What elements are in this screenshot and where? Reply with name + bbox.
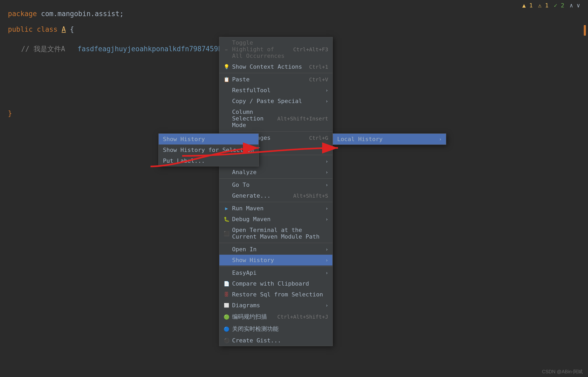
submenu-label-local-history: Local History [337, 136, 383, 142]
shortcut-column-selection: Alt+Shift+Insert [277, 115, 328, 122]
menu-label-restore-sql: Restore Sql from Selection [232, 291, 323, 298]
menu-item-left: Copy / Paste Special [224, 98, 302, 104]
sql-icon: 🗄 [224, 292, 229, 297]
brace-open: { [70, 25, 74, 33]
arrow-icon: › [439, 136, 442, 142]
menu-item-left: Generate... [224, 192, 271, 199]
arrow-icon: › [325, 87, 328, 93]
menu-item-create-gist[interactable]: ⚫ Create Gist... [219, 335, 332, 346]
menu-item-left: Local History [337, 136, 383, 142]
menu-item-go-to[interactable]: Go To › [219, 179, 332, 190]
shortcut-generate: Alt+Shift+S [293, 193, 328, 199]
copy-paste-icon [224, 98, 229, 104]
goto-icon [224, 182, 229, 188]
menu-item-left: Analyze [224, 169, 257, 175]
menu-item-easyapi[interactable]: EasyApi › [219, 267, 332, 278]
class-name-a: A [62, 25, 66, 33]
arrow-icon: › [325, 182, 328, 188]
menu-item-toggle-highlight[interactable]: ✏ Toggle Highlight of All Occurrences Ct… [219, 37, 332, 61]
menu-label-go-to: Go To [232, 181, 250, 188]
menu-item-left: EasyApi [224, 269, 257, 276]
menu-item-left: Show History [224, 257, 274, 263]
arrow-icon: › [325, 302, 328, 308]
arrow-icon: › [325, 159, 328, 164]
bulb-icon: 💡 [224, 64, 229, 70]
menu-item-left: Show History for Selection [163, 147, 254, 153]
arrow-icon: › [325, 206, 328, 211]
keyword-package: package [8, 10, 37, 18]
shortcut-find-usages: Ctrl+G [309, 135, 328, 141]
show-history-submenu[interactable]: Show History Show History for Selection … [158, 133, 259, 166]
menu-item-left: Open In [224, 246, 257, 253]
brace-close: } [8, 109, 12, 117]
menu-label-run-maven: Run Maven [232, 205, 264, 212]
shortcut-paste: Ctrl+V [309, 76, 328, 83]
menu-item-left: ⬛ Open Terminal at the Current Maven Mod… [224, 227, 328, 240]
arrow-icon: › [325, 257, 328, 263]
status-warning1: ▲ 1 [522, 2, 533, 9]
menu-item-copy-paste-special[interactable]: Copy / Paste Special › [219, 96, 332, 106]
status-warning2: ⚠ 1 [538, 2, 549, 9]
menu-item-left: Show History [163, 136, 205, 142]
menu-item-left: ⚫ Create Gist... [224, 337, 281, 344]
detect-icon: 🔵 [224, 326, 229, 332]
status-arrows: ∧ ∨ [570, 2, 580, 9]
status-ok: ✓ 2 [554, 2, 565, 9]
watermark: CSDN @ABin-阿斌 [542, 369, 583, 375]
menu-label-open-in: Open In [232, 246, 257, 253]
column-icon [224, 116, 229, 122]
submenu-item-show-history-selection[interactable]: Show History for Selection [159, 145, 258, 155]
menu-label-context-actions: Show Context Actions [232, 63, 302, 70]
context-menu[interactable]: ✏ Toggle Highlight of All Occurrences Ct… [219, 37, 333, 346]
menu-item-diagrams[interactable]: ⬜ Diagrams › [219, 300, 332, 311]
menu-item-debug-maven[interactable]: 🐛 Debug Maven › [219, 214, 332, 225]
menu-item-restore-sql[interactable]: 🗄 Restore Sql from Selection [219, 289, 332, 300]
menu-label-toggle-highlight: Toggle Highlight of All Occurrences [232, 39, 288, 59]
submenu-item-show-history[interactable]: Show History [159, 134, 258, 145]
menu-item-run-maven[interactable]: ▶ Run Maven › [219, 203, 332, 214]
menu-item-generate[interactable]: Generate... Alt+Shift+S [219, 190, 332, 201]
separator-4 [219, 178, 332, 179]
menu-item-close-detect[interactable]: 🔵 关闭实时检测功能 [219, 323, 332, 335]
local-history-submenu[interactable]: Local History › [333, 133, 446, 145]
menu-item-code-scan[interactable]: 🟢 编码规约扫描 Ctrl+Alt+Shift+J [219, 311, 332, 323]
comment-text: // 我是文件A [21, 44, 78, 54]
gist-icon: ⚫ [224, 338, 229, 343]
menu-item-column-selection[interactable]: Column Selection Mode Alt+Shift+Insert [219, 106, 332, 131]
menu-item-left: 📄 Compare with Clipboard [224, 280, 309, 287]
menu-label-code-scan: 编码规约扫描 [232, 313, 267, 321]
menu-item-open-terminal[interactable]: ⬛ Open Terminal at the Current Maven Mod… [219, 225, 332, 242]
menu-item-open-in[interactable]: Open In › [219, 244, 332, 255]
menu-label-easyapi: EasyApi [232, 269, 257, 276]
menu-label-diagrams: Diagrams [232, 302, 260, 309]
submenu-item-local-history[interactable]: Local History › [333, 134, 446, 145]
submenu-label-put-label: Put Label... [163, 157, 205, 164]
separator-6 [219, 243, 332, 243]
menu-label-create-gist: Create Gist... [232, 337, 281, 344]
menu-item-compare-clipboard[interactable]: 📄 Compare with Clipboard [219, 278, 332, 289]
menu-item-show-context-actions[interactable]: 💡 Show Context Actions Ctrl+1 [219, 61, 332, 72]
menu-item-analyze[interactable]: Analyze › [219, 167, 332, 178]
separator-7 [219, 266, 332, 267]
menu-item-left: 🐛 Debug Maven [224, 216, 271, 222]
menu-item-restful-tool[interactable]: RestfulTool › [219, 85, 332, 96]
menu-item-left: 📋 Paste [224, 76, 250, 83]
submenu-label-show-history: Show History [163, 136, 205, 142]
menu-item-left: ⬜ Diagrams [224, 302, 260, 309]
menu-item-left: Column Selection Mode [224, 109, 272, 128]
shortcut-toggle-highlight: Ctrl+Alt+F3 [293, 46, 328, 53]
menu-item-left: ▶ Run Maven [224, 205, 264, 212]
menu-label-generate: Generate... [232, 192, 271, 199]
menu-item-show-history[interactable]: Show History › [219, 255, 332, 266]
arrow-icon: › [325, 169, 328, 175]
arrow-icon: › [325, 98, 328, 104]
menu-item-paste[interactable]: 📋 Paste Ctrl+V [219, 74, 332, 85]
menu-item-left: RestfulTool [224, 87, 271, 94]
scroll-indicator [584, 25, 586, 36]
menu-item-left: Go To [224, 181, 250, 188]
menu-label-column-selection: Column Selection Mode [232, 109, 272, 128]
submenu-item-put-label[interactable]: Put Label... [159, 155, 258, 166]
menu-item-left: ✏ Toggle Highlight of All Occurrences [224, 39, 288, 59]
menu-label-restful-tool: RestfulTool [232, 87, 271, 94]
menu-label-debug-maven: Debug Maven [232, 216, 271, 222]
